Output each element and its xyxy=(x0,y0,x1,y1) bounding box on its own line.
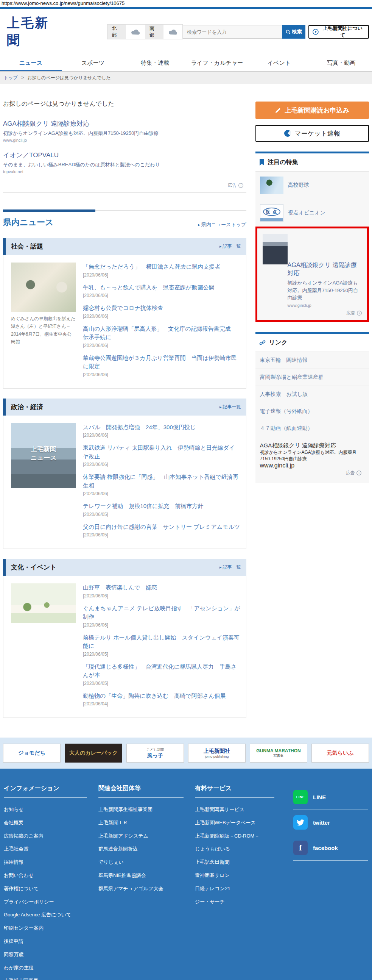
footer-link[interactable]: 上毛新聞縮刷版－CD-ROM－ xyxy=(195,830,286,843)
tab-life-culture[interactable]: ライフ・カルチャー xyxy=(186,55,248,71)
banner-jomodachi[interactable]: ジョモだち xyxy=(3,744,60,762)
tab-photo-video[interactable]: 写真・動画 xyxy=(310,55,372,71)
sidebar-text-ad[interactable]: AGA相談銀クリ 遠隔診療対応 初診からオンラインAGA診療も対応。内服薬月71… xyxy=(255,437,369,483)
footer-link[interactable]: 採用情報 xyxy=(4,856,98,869)
footer-link[interactable]: 後援申請 xyxy=(4,935,98,948)
article-title-link[interactable]: 東武鉄道 リバティ 太田駅乗り入れ 伊勢崎線と日光線ダイヤ改正 xyxy=(83,444,241,461)
subscribe-button[interactable]: 上毛新聞購読お申込み xyxy=(255,102,369,119)
footer-link[interactable]: 同窓万歳 xyxy=(4,948,98,961)
info-icon[interactable]: i xyxy=(356,471,361,476)
sidebar-link-item[interactable]: 人事検索 お試し版 xyxy=(255,386,369,402)
ad-title-link[interactable]: AGA相談銀クリ 遠隔診療対応 xyxy=(288,261,362,277)
footer-link[interactable]: 広告掲載のご案内 xyxy=(4,830,98,843)
article-title-link[interactable]: 嬬恋村も公費でコロナ抗体検査 xyxy=(83,304,241,312)
article-title-link[interactable]: 高山の人形浄瑠璃「尻高人形」 文化庁の記録報告書完成 伝承手続に xyxy=(83,325,241,342)
footer-link[interactable]: 群馬連合新聞折込 xyxy=(98,843,195,856)
sidebar-link-item[interactable]: 富岡製糸場と絹産業遺産群 xyxy=(255,369,369,386)
footer-link[interactable]: 著作権について xyxy=(4,882,98,896)
footer-link[interactable]: ジー・サーチ xyxy=(195,896,286,909)
footer-link[interactable]: 上毛新聞ＴＲ xyxy=(98,816,195,830)
featured-item-koukouyakyu[interactable]: 高校野球 xyxy=(255,171,369,199)
info-icon[interactable]: i xyxy=(238,183,243,188)
ad-title-link[interactable]: AGA相談銀クリ 遠隔診療対応 xyxy=(3,119,246,128)
footer-link[interactable]: 雷神囲碁サロン xyxy=(195,869,286,882)
banner-kazakko[interactable]: こども新聞 風っ子 xyxy=(127,744,184,762)
sns-facebook-link[interactable]: f facebook xyxy=(293,835,368,860)
article-title-link[interactable]: 山野草 表情楽しんで 嬬恋 xyxy=(83,583,241,592)
banner-jomo-publishing[interactable]: 上毛新聞社 jomo publishing xyxy=(188,744,245,762)
facebook-icon: f xyxy=(293,841,308,855)
article-list-link[interactable]: 記事一覧 xyxy=(220,404,241,410)
footer-link[interactable]: 日経テレコン21 xyxy=(195,882,286,896)
footer-link[interactable]: 会社概要 xyxy=(4,816,98,830)
footer-link[interactable]: 上毛新聞厚生福祉事業団 xyxy=(98,803,195,816)
footer-link[interactable]: 印刷センター案内 xyxy=(4,922,98,935)
sidebar-link-item[interactable]: 電子速報（号外紙面） xyxy=(255,402,369,420)
ad-title-link[interactable]: AGA相談銀クリ 遠隔診療対応 xyxy=(260,442,364,449)
links-box: リンク 東京五輪 関連情報 富岡製糸場と絹産業遺産群 人事検索 お試し版 電子速… xyxy=(255,332,369,483)
sidebar-ad[interactable]: AGA相談銀クリ 遠隔診療対応 初診からオンラインAGA診療も対応。内服薬月71… xyxy=(255,226,369,322)
banner-curry[interactable]: 大人のカレーパック xyxy=(65,744,122,762)
kennai-news-top-link[interactable]: 県内ニューストップ xyxy=(198,221,246,228)
ad-label: 広告 xyxy=(228,182,237,189)
article-title-link[interactable]: 「現代通じる多様性」 台湾近代化に群馬県人尽力 手島さんが本 xyxy=(83,663,241,679)
sidebar-link-item[interactable]: ４７動画（紙面連動） xyxy=(255,420,369,437)
footer-link[interactable]: プライバシーポリシー xyxy=(4,896,98,909)
featured-item-shiten[interactable]: 視 点 視点オピニオン xyxy=(255,199,369,226)
article-title-link[interactable]: スバル 開発拠点増強 24年、300億円投じ xyxy=(83,423,241,432)
article-list-link[interactable]: 記事一覧 xyxy=(220,243,241,250)
footer-link[interactable]: Google Adsence 広告について xyxy=(4,908,98,922)
article-list-link[interactable]: 記事一覧 xyxy=(220,564,241,571)
footer-link[interactable]: お知らせ xyxy=(4,803,98,816)
footer-link[interactable]: お問い合わせ xyxy=(4,869,98,882)
footer-link[interactable]: 群馬県アマチュアゴルフ大会 xyxy=(98,882,195,896)
article-title-link[interactable]: 「無念だっただろう」 横田滋さん死去に県内支援者 xyxy=(83,262,241,271)
breadcrumb-home-link[interactable]: トップ xyxy=(4,75,18,80)
article-row: 動植物の「生命」陶芸に吹き込む 高崎で阿部さん個展 [2020/06/04] xyxy=(83,692,241,707)
article-title-link[interactable]: ぐんまちゃんアニメ テレビ放映目指す 「アセンション」が制作 xyxy=(83,604,241,621)
banner-gunma-marathon[interactable]: GUNMA MARATHON 写真集 xyxy=(250,744,307,762)
article-title-link[interactable]: 前橋テルサ ホール個人貸し出し開始 スタインウェイ演奏可能に xyxy=(83,633,241,651)
footer-link[interactable]: でりじぇい xyxy=(98,856,195,869)
market-report-button[interactable]: マーケット速報 xyxy=(255,125,369,142)
sns-line-link[interactable]: LINE LINE xyxy=(293,784,368,810)
shiten-badge: 視 点 xyxy=(263,208,280,216)
culture-article-photo[interactable] xyxy=(11,583,76,623)
article-title-link[interactable]: 動植物の「生命」陶芸に吹き込む 高崎で阿部さん個展 xyxy=(83,692,241,700)
society-article-photo[interactable] xyxy=(11,262,76,312)
article-title-link[interactable]: 休業要請 権限強化に「同感」 山本知事ネット番組で経済再生相 xyxy=(83,473,241,490)
tab-features[interactable]: 特集・連載 xyxy=(124,55,186,71)
article-title-link[interactable]: テレワーク補助 規模10倍に拡充 前橋市方針 xyxy=(83,502,241,511)
article-title-link[interactable]: 父の日に向け缶に感謝の言葉 サントリー プレミアムモルツ xyxy=(83,523,241,531)
tab-news[interactable]: ニュース xyxy=(0,55,62,71)
footer-column-title: インフォメーション xyxy=(4,784,87,798)
footer-link[interactable]: 群馬県NIE推進協議会 xyxy=(98,869,195,882)
featured-box: 注目の特集 高校野球 視 点 視点オピニオン AGA相談銀クリ 遠隔診療対応 初… xyxy=(255,151,369,322)
article-title-link[interactable]: 牛乳、も～っと飲んで購入を 県畜産課が動画公開 xyxy=(83,283,241,292)
footer-link[interactable]: 上毛紙上写真展 xyxy=(4,974,98,980)
footer-link[interactable]: 上毛新聞写真サービス xyxy=(195,803,286,816)
sns-twitter-link[interactable]: twitter xyxy=(293,810,368,835)
pencil-icon xyxy=(275,107,281,114)
footer-link[interactable]: 上毛社会賞 xyxy=(4,843,98,856)
politics-article-photo[interactable]: 上毛新聞 ニュース xyxy=(11,423,76,488)
article-title-link[interactable]: 華蔵寺公園遊園地が３カ月ぶり営業再開 当面は伊勢崎市民に限定 xyxy=(83,354,241,371)
footer-link[interactable]: わが家の主役 xyxy=(4,961,98,975)
footer-link[interactable]: 上毛新聞アドシステム xyxy=(98,830,195,843)
search-button[interactable]: 検索 xyxy=(282,25,306,39)
tab-sports[interactable]: スポーツ xyxy=(62,55,124,71)
footer-link[interactable]: 上毛新聞WEBデータベース xyxy=(195,816,286,830)
ad-url: www.gincli.jp xyxy=(260,462,364,469)
sidebar-link-item[interactable]: 東京五輪 関連情報 xyxy=(255,352,369,369)
search-input[interactable] xyxy=(183,25,282,39)
banner-genki-life[interactable]: 元気らいふ xyxy=(312,744,369,762)
footer-link[interactable]: じょうもばいる xyxy=(195,843,286,856)
footer-link[interactable]: 上毛記念日新聞 xyxy=(195,856,286,869)
info-icon[interactable]: i xyxy=(357,311,362,315)
weather-north-label: 北部 xyxy=(108,25,126,39)
tab-events[interactable]: イベント xyxy=(248,55,310,71)
ad-title-link[interactable]: イオン／TOPVALU xyxy=(3,151,246,159)
about-company-button[interactable]: 上毛新聞社について xyxy=(309,25,369,39)
svg-text:i: i xyxy=(359,312,360,315)
site-logo[interactable]: 上毛新聞 xyxy=(7,14,62,49)
